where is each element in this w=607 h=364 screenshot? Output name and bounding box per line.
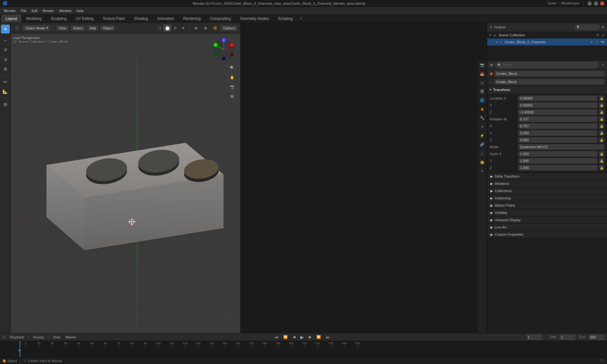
- viewport-3d[interactable]: User Perspective (1) Scene Collection | …: [11, 33, 240, 347]
- scale-x-field[interactable]: 1.000: [518, 151, 598, 157]
- cursor-tool-button[interactable]: ✛: [1, 25, 10, 33]
- transform-tool-button[interactable]: ⊕: [1, 64, 10, 73]
- particles-props-tab[interactable]: ✦: [478, 123, 487, 131]
- rotation-y-lock[interactable]: 🔒: [599, 130, 604, 136]
- scale-y-lock[interactable]: 🔒: [599, 158, 604, 164]
- tab-rendering[interactable]: Rendering: [179, 15, 205, 22]
- options-button[interactable]: Options: [221, 25, 238, 31]
- minimize-button[interactable]: ─: [587, 1, 592, 6]
- location-x-lock[interactable]: 🔒: [599, 95, 604, 101]
- move-tool-button[interactable]: ↔: [1, 36, 10, 45]
- view-menu[interactable]: View: [56, 25, 69, 31]
- shading-props-tab[interactable]: ☀: [478, 167, 487, 176]
- viewport-shading-icon[interactable]: 🔆: [211, 25, 219, 32]
- rotation-x-field[interactable]: 0.707: [518, 123, 598, 129]
- world-props-tab[interactable]: 🌐: [478, 96, 487, 105]
- line-art-header[interactable]: ▶ Line Art: [487, 224, 607, 231]
- physics-props-tab[interactable]: ⚡: [478, 131, 487, 140]
- rotation-w-field[interactable]: 0.707: [518, 116, 598, 122]
- menu-edit[interactable]: Edit: [29, 8, 40, 13]
- outliner-search[interactable]: 🔍: [575, 24, 600, 30]
- add-tool-button[interactable]: ⊞: [1, 100, 10, 109]
- menu-blender[interactable]: Blender: [1, 8, 18, 13]
- rendered-icon[interactable]: ☀: [179, 25, 187, 32]
- mode-dropdown[interactable]: Object Mode ▾: [23, 25, 51, 31]
- wireframe-icon[interactable]: ▢: [156, 25, 163, 32]
- object-name-field[interactable]: Cinder_Block: [494, 71, 604, 76]
- magnify-view-button[interactable]: 🔍: [228, 64, 236, 72]
- navigation-gizmo[interactable]: X Y Z: [211, 37, 236, 63]
- current-frame-input[interactable]: 1: [526, 334, 542, 340]
- show-gizmos-icon[interactable]: ⊗: [202, 25, 209, 32]
- add-workspace-button[interactable]: +: [297, 15, 305, 22]
- scene-collection-visibility[interactable]: 👁: [596, 33, 599, 37]
- constraints-props-tab[interactable]: 🔗: [478, 140, 487, 149]
- end-frame-input[interactable]: 250: [589, 334, 604, 340]
- keying-menu[interactable]: Keying: [32, 335, 45, 340]
- add-menu[interactable]: Add: [87, 25, 99, 31]
- mesh-name-field[interactable]: Cinder_Block: [494, 79, 604, 85]
- play-button[interactable]: ▶: [299, 334, 305, 340]
- location-y-lock[interactable]: 🔒: [599, 102, 604, 108]
- scale-y-field[interactable]: 1.000: [518, 158, 598, 164]
- tab-compositing[interactable]: Compositing: [205, 15, 236, 22]
- material-props-tab[interactable]: ⬤: [478, 158, 487, 167]
- tab-texture-paint[interactable]: Texture Paint: [98, 15, 130, 22]
- solid-icon[interactable]: ⬤: [163, 25, 171, 32]
- tab-geometry-nodes[interactable]: Geometry Nodes: [236, 15, 273, 22]
- collections-header[interactable]: ▶ Collections: [487, 187, 607, 194]
- properties-options-icon[interactable]: ⊙: [602, 63, 604, 67]
- location-z-lock[interactable]: 🔒: [599, 109, 604, 115]
- material-preview-icon[interactable]: ⊙: [171, 25, 179, 32]
- tab-animation[interactable]: Animation: [153, 15, 179, 22]
- step-back-button[interactable]: ⏪: [282, 334, 289, 340]
- modifier-props-tab[interactable]: 🔧: [478, 114, 487, 123]
- jump-to-start-button[interactable]: ⏮: [273, 335, 279, 340]
- next-frame-button[interactable]: ▶: [308, 334, 313, 340]
- render-props-tab[interactable]: 📷: [478, 61, 487, 70]
- menu-help[interactable]: Help: [74, 8, 86, 13]
- location-x-field[interactable]: 0.00000: [518, 95, 598, 101]
- marker-menu[interactable]: Marker: [64, 335, 77, 340]
- relations-header[interactable]: ▶ Relations: [487, 180, 607, 187]
- annotate-tool-button[interactable]: ✏: [1, 77, 10, 86]
- delta-transform-header[interactable]: ▶ Delta Transform: [487, 173, 607, 180]
- object-props-tab[interactable]: ▣: [478, 105, 487, 114]
- select-menu[interactable]: Select: [71, 25, 85, 31]
- object-menu[interactable]: Object: [100, 25, 115, 31]
- scale-x-lock[interactable]: 🔒: [599, 151, 604, 157]
- close-button[interactable]: ✕: [600, 1, 604, 6]
- outliner-scene-collection[interactable]: ▾ 🗂 Scene Collection 👁 ⊙: [487, 32, 607, 39]
- maximize-button[interactable]: □: [594, 1, 598, 6]
- rotation-z-lock[interactable]: 🔒: [599, 137, 604, 143]
- scale-tool-button[interactable]: ⇲: [1, 55, 10, 64]
- outliner-filter-button[interactable]: ⚙: [601, 25, 604, 29]
- outliner-cinder-block[interactable]: ▾ ▽ Cinder_Block_3_Channels 👁 ⊙ 📷: [487, 39, 607, 46]
- menu-window[interactable]: Window: [57, 8, 74, 13]
- jump-to-end-button[interactable]: ⏭: [325, 335, 331, 340]
- output-props-tab[interactable]: 📤: [478, 70, 487, 78]
- tab-modeling[interactable]: Modeling: [22, 15, 46, 22]
- rotate-tool-button[interactable]: ↺: [1, 46, 10, 54]
- menu-file[interactable]: File: [18, 8, 29, 13]
- rotation-w-lock[interactable]: 🔒: [599, 116, 604, 122]
- viewport-display-header[interactable]: ▶ Viewport Display: [487, 216, 607, 223]
- view-menu[interactable]: View: [52, 335, 62, 340]
- scale-z-field[interactable]: 1.000: [518, 165, 598, 171]
- grid-view-button[interactable]: ⊞: [228, 92, 236, 101]
- tab-shading[interactable]: Shading: [130, 15, 153, 22]
- prev-frame-button[interactable]: ◀: [291, 334, 297, 340]
- rotation-x-lock[interactable]: 🔒: [599, 123, 604, 129]
- instancing-header[interactable]: ▶ Instancing: [487, 195, 607, 202]
- playback-menu[interactable]: Playback: [9, 335, 25, 340]
- scene-collection-restrict[interactable]: ⊙: [602, 33, 604, 37]
- view-layer-props-tab[interactable]: 🗂: [478, 78, 487, 87]
- menu-render[interactable]: Render: [40, 8, 57, 13]
- timeline-ruler[interactable]: 1 10 20 30 40 50: [0, 341, 607, 358]
- scale-z-lock[interactable]: 🔒: [599, 165, 604, 171]
- move-view-button[interactable]: ✋: [228, 73, 236, 82]
- tab-sculpting[interactable]: Sculpting: [46, 15, 71, 22]
- editor-type-icon[interactable]: ⬡: [13, 25, 21, 32]
- show-overlays-icon[interactable]: ⊕: [192, 25, 200, 32]
- location-y-field[interactable]: 0.00000: [518, 102, 598, 108]
